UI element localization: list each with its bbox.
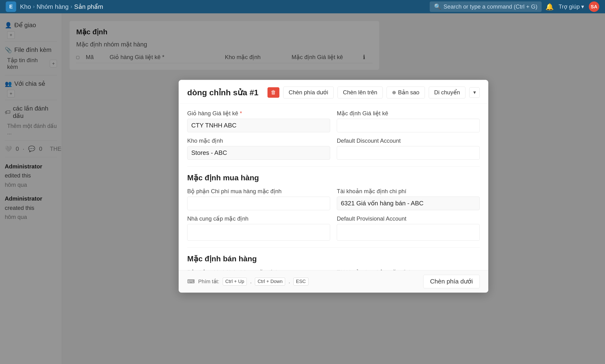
help-label: Trợ giúp bbox=[559, 3, 580, 10]
di-chuyen-button[interactable]: Di chuyển bbox=[429, 87, 465, 98]
ban-sao-icon: ⊕ bbox=[392, 90, 396, 95]
ctrl-up-key: Ctrl + Up bbox=[223, 277, 247, 286]
tai-khoan-thu-nhap-group: Tài khoản thu nhập mặc định bbox=[337, 269, 480, 270]
modal-title: dòng chỉnh sửa #1 bbox=[187, 88, 264, 97]
tai-khoan-thu-nhap-label: Tài khoản thu nhập mặc định bbox=[337, 269, 480, 270]
breadcrumb-sep-1: › bbox=[33, 4, 35, 10]
tai-khoan-chi-phi-input[interactable] bbox=[337, 196, 480, 210]
gio-hang-input[interactable] bbox=[187, 119, 330, 132]
breadcrumb: Kho › Nhóm hàng › Sản phẩm bbox=[20, 3, 103, 11]
breadcrumb-san-pham: Sản phẩm bbox=[74, 3, 103, 11]
di-chuyen-label: Di chuyển bbox=[434, 89, 460, 96]
nha-cung-cap-group: Nhà cung cấp mặc định bbox=[187, 215, 330, 241]
breadcrumb-nhom-hang[interactable]: Nhóm hàng bbox=[37, 3, 69, 11]
section1-row2: Kho mặc định Default Discount Account bbox=[187, 137, 480, 160]
required-marker: * bbox=[240, 110, 242, 117]
more-options-button[interactable]: ▾ bbox=[469, 87, 480, 98]
mac-dinh-gia-group: Mặc định Giá liệt kê bbox=[337, 110, 480, 132]
chen-phia-duoi-footer-button[interactable]: Chèn phía dưới bbox=[423, 275, 480, 288]
modal-header: dòng chỉnh sửa #1 🗑 Chèn phía dưới Chèn … bbox=[179, 80, 488, 104]
dot2: . bbox=[288, 278, 290, 285]
search-icon: 🔍 bbox=[434, 3, 441, 10]
delete-icon: 🗑 bbox=[271, 89, 276, 95]
bo-phan-group: Bộ phận Chi phí mua hàng mặc định bbox=[187, 188, 330, 210]
section2-row2: Nhà cung cấp mặc định Default Provisiona… bbox=[187, 215, 480, 241]
gio-hang-label: Giỏ hàng Giá liệt kê * bbox=[187, 110, 330, 117]
bo-phan-label: Bộ phận Chi phí mua hàng mặc định bbox=[187, 188, 330, 195]
ban-sao-label: Bản sao bbox=[398, 89, 419, 96]
section1-row1: Giỏ hàng Giá liệt kê * Mặc định Giá liệt… bbox=[187, 110, 480, 132]
tai-khoan-chi-phi-label: Tài khoản mặc định chi phí bbox=[337, 188, 480, 195]
edit-row-modal: dòng chỉnh sửa #1 🗑 Chèn phía dưới Chèn … bbox=[179, 80, 488, 293]
kho-mac-dinh-group: Kho mặc định bbox=[187, 137, 330, 160]
provisional-label: Default Provisional Account bbox=[337, 215, 480, 222]
bo-phan-ban-group: Bộ phận chi phí bán hàng mặc định bbox=[187, 269, 330, 270]
provisional-input[interactable] bbox=[337, 224, 480, 241]
chen-len-tren-label: Chèn lên trên bbox=[343, 89, 377, 96]
modal-body: Giỏ hàng Giá liệt kê * Mặc định Giá liệt… bbox=[179, 104, 488, 270]
breadcrumb-kho[interactable]: Kho bbox=[20, 3, 31, 11]
gio-hang-group: Giỏ hàng Giá liệt kê * bbox=[187, 110, 330, 132]
help-button[interactable]: Trợ giúp ▾ bbox=[559, 3, 584, 10]
section-divider-1 bbox=[187, 166, 480, 167]
tai-khoan-chi-phi-group: Tài khoản mặc định chi phí bbox=[337, 188, 480, 210]
kho-mac-dinh-input[interactable] bbox=[187, 146, 330, 160]
default-discount-group: Default Discount Account bbox=[337, 137, 480, 160]
nha-cung-cap-label: Nhà cung cấp mặc định bbox=[187, 215, 330, 222]
bo-phan-input[interactable] bbox=[187, 196, 330, 210]
help-chevron-icon: ▾ bbox=[581, 3, 584, 10]
app-logo[interactable]: E bbox=[6, 1, 16, 12]
dot1: . bbox=[250, 278, 252, 285]
ban-hang-section-title: Mặc định bán hàng bbox=[187, 254, 480, 263]
search-bar[interactable]: 🔍 Search or type a command (Ctrl + G) bbox=[430, 1, 542, 12]
shortcuts-bar: ⌨ Phím tắt: Ctrl + Up . Ctrl + Down . ES… bbox=[187, 277, 309, 286]
notification-bell-icon[interactable]: 🔔 bbox=[545, 3, 554, 11]
nha-cung-cap-input[interactable] bbox=[187, 224, 330, 241]
phim-tat-label: Phím tắt: bbox=[198, 278, 219, 285]
provisional-group: Default Provisional Account bbox=[337, 215, 480, 241]
delete-button[interactable]: 🗑 bbox=[268, 87, 279, 98]
keyboard-icon: ⌨ bbox=[187, 278, 195, 285]
modal-footer: ⌨ Phím tắt: Ctrl + Up . Ctrl + Down . ES… bbox=[179, 270, 488, 293]
chen-phia-duoi-header-label: Chèn phía dưới bbox=[289, 89, 328, 96]
topbar: E Kho › Nhóm hàng › Sản phẩm 🔍 Search or… bbox=[0, 0, 605, 13]
mua-hang-section-title: Mặc định mua hàng bbox=[187, 173, 480, 182]
kho-mac-dinh-label: Kho mặc định bbox=[187, 137, 330, 144]
mac-dinh-gia-input[interactable] bbox=[337, 119, 480, 132]
ban-sao-button[interactable]: ⊕ Bản sao bbox=[386, 87, 425, 98]
chen-phia-duoi-header-button[interactable]: Chèn phía dưới bbox=[283, 87, 334, 98]
chevron-down-icon: ▾ bbox=[473, 89, 476, 95]
section2-row1: Bộ phận Chi phí mua hàng mặc định Tài kh… bbox=[187, 188, 480, 210]
mac-dinh-gia-label: Mặc định Giá liệt kê bbox=[337, 110, 480, 117]
default-discount-input[interactable] bbox=[337, 146, 480, 160]
breadcrumb-sep-2: › bbox=[70, 4, 72, 10]
search-placeholder: Search or type a command (Ctrl + G) bbox=[443, 3, 537, 10]
section-divider-2 bbox=[187, 247, 480, 247]
chen-phia-duoi-footer-label: Chèn phía dưới bbox=[430, 278, 473, 285]
chen-len-tren-button[interactable]: Chèn lên trên bbox=[337, 87, 383, 98]
topbar-actions: 🔔 Trợ giúp ▾ SA bbox=[545, 1, 599, 12]
esc-key: ESC bbox=[294, 277, 309, 286]
user-avatar[interactable]: SA bbox=[589, 1, 599, 12]
default-discount-label: Default Discount Account bbox=[337, 137, 480, 144]
bo-phan-ban-label: Bộ phận chi phí bán hàng mặc định bbox=[187, 269, 330, 270]
ctrl-down-key: Ctrl + Down bbox=[255, 277, 285, 286]
